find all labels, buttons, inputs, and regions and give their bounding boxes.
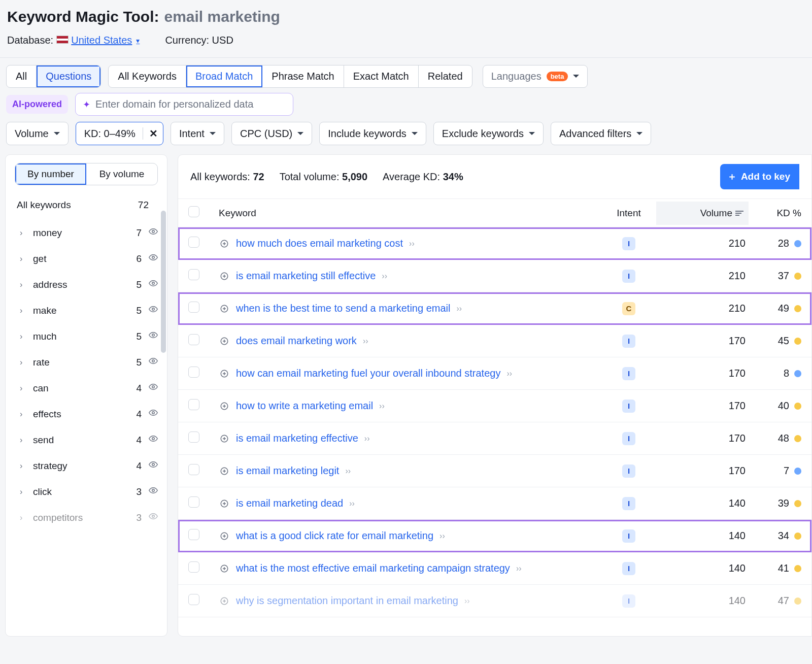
eye-icon[interactable] (149, 460, 158, 472)
filter-advanced[interactable]: Advanced filters (551, 122, 651, 145)
close-icon[interactable]: ✕ (143, 127, 158, 140)
sidebar-group-get[interactable]: › get 6 (6, 246, 167, 272)
keyword-cell[interactable]: is email marketing still effective ›› (219, 270, 598, 282)
add-keyword-icon[interactable] (219, 498, 230, 509)
sort-by-volume[interactable]: By volume (86, 163, 157, 185)
eye-icon[interactable] (149, 253, 158, 264)
row-checkbox[interactable] (188, 302, 199, 313)
sidebar-group-competitors[interactable]: › competitors 3 (6, 505, 167, 530)
eye-icon[interactable] (149, 512, 158, 523)
eye-icon[interactable] (149, 382, 158, 394)
tab-related[interactable]: Related (419, 65, 472, 87)
add-keyword-icon[interactable] (219, 595, 230, 607)
select-all-checkbox[interactable] (188, 206, 199, 217)
add-keyword-icon[interactable] (219, 238, 230, 249)
tab-broad-match[interactable]: Broad Match (186, 65, 262, 87)
domain-input[interactable] (95, 98, 286, 110)
row-checkbox[interactable] (188, 237, 199, 248)
sidebar-group-effects[interactable]: › effects 4 (6, 401, 167, 427)
add-keyword-icon[interactable] (219, 466, 230, 477)
sidebar-group-money[interactable]: › money 7 (6, 220, 167, 246)
sidebar-group-make[interactable]: › make 5 (6, 297, 167, 323)
add-keyword-icon[interactable] (219, 401, 230, 412)
filter-include[interactable]: Include keywords (319, 122, 426, 145)
filter-kd[interactable]: KD: 0–49%✕ (76, 122, 163, 145)
sidebar-group-can[interactable]: › can 4 (6, 375, 167, 401)
open-serp-icon[interactable]: ›› (363, 337, 368, 346)
col-kd[interactable]: KD % (746, 208, 801, 219)
row-checkbox[interactable] (188, 367, 199, 378)
eye-icon[interactable] (149, 434, 158, 446)
open-serp-icon[interactable]: ›› (516, 564, 522, 573)
keyword-cell[interactable]: is email marketing dead ›› (219, 497, 598, 509)
open-serp-icon[interactable]: ›› (364, 434, 370, 443)
keyword-cell[interactable]: is email marketing effective ›› (219, 433, 598, 444)
tab-exact-match[interactable]: Exact Match (344, 65, 419, 87)
sidebar-all-keywords[interactable]: All keywords 72 (6, 185, 167, 217)
add-keyword-icon[interactable] (219, 271, 230, 282)
keyword-cell[interactable]: what is a good click rate for email mark… (219, 530, 598, 542)
row-checkbox[interactable] (188, 334, 199, 345)
row-checkbox[interactable] (188, 269, 199, 280)
filter-intent[interactable]: Intent (171, 122, 224, 145)
eye-icon[interactable] (149, 356, 158, 368)
sidebar-group-much[interactable]: › much 5 (6, 323, 167, 349)
row-checkbox[interactable] (188, 464, 199, 475)
col-keyword[interactable]: Keyword (219, 208, 598, 219)
row-checkbox[interactable] (188, 496, 199, 508)
eye-icon[interactable] (149, 305, 158, 316)
row-checkbox[interactable] (188, 399, 199, 410)
domain-input-wrap[interactable]: ✦ (75, 93, 293, 116)
keyword-cell[interactable]: does email marketing work ›› (219, 335, 598, 347)
eye-icon[interactable] (149, 279, 158, 290)
open-serp-icon[interactable]: ›› (409, 239, 415, 248)
keyword-cell[interactable]: when is the best time to send a marketin… (219, 303, 598, 314)
tab-questions[interactable]: Questions (37, 65, 100, 87)
add-keyword-icon[interactable] (219, 368, 230, 379)
eye-icon[interactable] (149, 330, 158, 342)
add-to-keyword-list-button[interactable]: ＋Add to key (720, 164, 799, 189)
eye-icon[interactable] (149, 486, 158, 497)
sort-by-number[interactable]: By number (15, 163, 86, 185)
tab-all-keywords[interactable]: All Keywords (109, 65, 186, 87)
open-serp-icon[interactable]: ›› (382, 272, 387, 281)
filter-volume[interactable]: Volume (6, 122, 69, 145)
row-checkbox[interactable] (188, 431, 199, 443)
keyword-cell[interactable]: how can email marketing fuel your overal… (219, 368, 598, 379)
filter-cpc[interactable]: CPC (USD) (231, 122, 312, 145)
keyword-cell[interactable]: what is the most effective email marketi… (219, 562, 598, 574)
add-keyword-icon[interactable] (219, 336, 230, 347)
sidebar-group-send[interactable]: › send 4 (6, 427, 167, 453)
database-selector[interactable]: United States ▾ (71, 35, 140, 46)
open-serp-icon[interactable]: ›› (439, 532, 445, 541)
col-volume[interactable]: Volume (656, 202, 749, 225)
open-serp-icon[interactable]: ›› (464, 596, 470, 606)
keyword-cell[interactable]: how much does email marketing cost ›› (219, 238, 598, 249)
open-serp-icon[interactable]: ›› (379, 402, 385, 411)
add-keyword-icon[interactable] (219, 530, 230, 542)
keyword-cell[interactable]: is email marketing legit ›› (219, 465, 598, 477)
tab-all[interactable]: All (7, 65, 37, 87)
add-keyword-icon[interactable] (219, 433, 230, 444)
tab-phrase-match[interactable]: Phrase Match (262, 65, 344, 87)
open-serp-icon[interactable]: ›› (345, 467, 351, 476)
sidebar-group-address[interactable]: › address 5 (6, 272, 167, 297)
sidebar-group-rate[interactable]: › rate 5 (6, 349, 167, 375)
col-intent[interactable]: Intent (598, 208, 659, 219)
keyword-cell[interactable]: why is segmentation important in email m… (219, 595, 598, 607)
keyword-cell[interactable]: how to write a marketing email ›› (219, 400, 598, 412)
row-checkbox[interactable] (188, 561, 199, 573)
add-keyword-icon[interactable] (219, 563, 230, 574)
open-serp-icon[interactable]: ›› (456, 304, 462, 313)
eye-icon[interactable] (149, 408, 158, 420)
add-keyword-icon[interactable] (219, 303, 230, 314)
eye-icon[interactable] (149, 227, 158, 239)
row-checkbox[interactable] (188, 594, 199, 605)
row-checkbox[interactable] (188, 529, 199, 540)
open-serp-icon[interactable]: ›› (506, 369, 512, 378)
scrollbar-thumb[interactable] (161, 211, 166, 353)
sidebar-group-strategy[interactable]: › strategy 4 (6, 453, 167, 479)
filter-exclude[interactable]: Exclude keywords (433, 122, 544, 145)
languages-dropdown[interactable]: Languages beta (483, 65, 588, 88)
open-serp-icon[interactable]: ›› (349, 499, 355, 508)
